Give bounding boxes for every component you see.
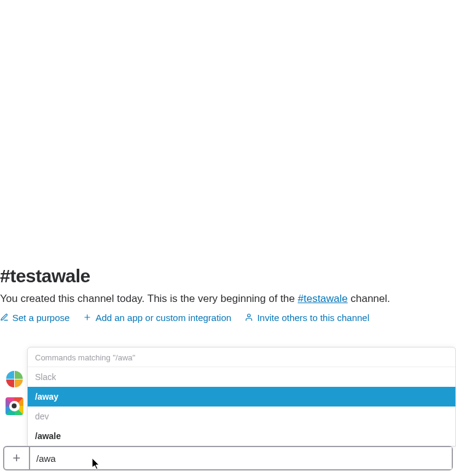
set-purpose-link[interactable]: Set a purpose (0, 312, 69, 323)
message-input-bar: + (3, 446, 453, 470)
app-icon-stack (6, 370, 23, 424)
petal-app-icon[interactable] (6, 370, 23, 388)
channel-intro-text: You created this channel today. This is … (0, 292, 456, 306)
intro-suffix: channel. (348, 293, 390, 304)
add-app-label: Add an app or custom integration (95, 312, 231, 323)
svg-point-2 (248, 314, 251, 317)
channel-intro-block: #testawale You created this channel toda… (0, 266, 456, 323)
add-app-link[interactable]: Add an app or custom integration (83, 312, 231, 323)
plus-icon (83, 313, 92, 322)
autocomplete-group-slack: Slack (28, 367, 455, 387)
attach-plus-icon: + (13, 450, 21, 466)
autocomplete-item-awale[interactable]: /awale (28, 426, 455, 446)
pencil-icon (0, 313, 9, 322)
intro-prefix: You created this channel today. This is … (0, 293, 298, 304)
person-icon (245, 313, 253, 322)
attach-button[interactable]: + (4, 447, 30, 469)
autocomplete-group-dev: dev (28, 407, 455, 426)
autocomplete-header: Commands matching "/awa" (28, 347, 455, 367)
set-purpose-label: Set a purpose (12, 312, 69, 323)
invite-label: Invite others to this channel (257, 312, 369, 323)
autocomplete-item-away[interactable]: /away (28, 387, 455, 407)
message-input[interactable] (30, 447, 452, 469)
rainbow-app-icon[interactable] (6, 397, 23, 415)
channel-actions: Set a purpose Add an app or custom integ… (0, 312, 456, 323)
channel-link[interactable]: #testawale (298, 293, 348, 304)
command-autocomplete: Commands matching "/awa" Slack /away dev… (27, 347, 456, 446)
channel-title: #testawale (0, 266, 456, 287)
invite-link[interactable]: Invite others to this channel (245, 312, 369, 323)
